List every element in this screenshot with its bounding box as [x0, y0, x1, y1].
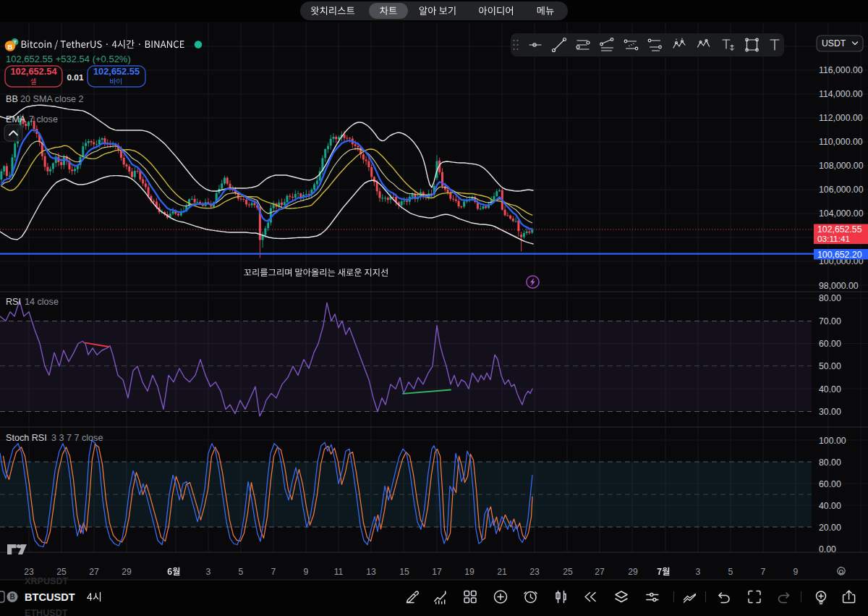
svg-text:14 close: 14 close	[25, 297, 59, 307]
svg-text:60.00: 60.00	[819, 479, 841, 489]
svg-text:15: 15	[399, 567, 409, 577]
svg-text:27: 27	[595, 567, 605, 577]
svg-text:100.00: 100.00	[819, 436, 846, 446]
svg-text:ETHUSDT: ETHUSDT	[25, 608, 68, 616]
svg-text:Stoch RSI: Stoch RSI	[6, 433, 47, 443]
svg-text:112,000.00: 112,000.00	[819, 113, 863, 123]
svg-text:7 close: 7 close	[29, 114, 58, 125]
svg-text:20.00: 20.00	[819, 523, 841, 533]
svg-text:20 SMA close 2: 20 SMA close 2	[20, 94, 84, 104]
svg-text:80.00: 80.00	[819, 293, 841, 303]
svg-text:0.01: 0.01	[67, 72, 84, 83]
svg-text:29: 29	[628, 567, 638, 577]
svg-text:70.00: 70.00	[819, 316, 841, 326]
svg-text:29: 29	[122, 567, 132, 577]
svg-text:9: 9	[793, 567, 799, 577]
svg-text:3: 3	[206, 567, 211, 577]
svg-text:108,000.00: 108,000.00	[819, 161, 864, 171]
svg-text:03:11:41: 03:11:41	[817, 234, 850, 244]
svg-text:80.00: 80.00	[819, 457, 841, 468]
svg-text:3 3 7 7 close: 3 3 7 7 close	[51, 433, 103, 443]
svg-text:102,652.54: 102,652.54	[10, 66, 57, 77]
svg-text:98,000.00: 98,000.00	[819, 281, 859, 291]
svg-text:11: 11	[334, 567, 344, 577]
svg-text:40.00: 40.00	[819, 384, 841, 395]
svg-text:30.00: 30.00	[819, 407, 841, 417]
svg-text:9: 9	[304, 567, 309, 577]
svg-text:50.00: 50.00	[819, 361, 841, 371]
svg-text:RSI: RSI	[6, 297, 21, 307]
svg-text:BB: BB	[6, 94, 18, 104]
svg-text:104,000.00: 104,000.00	[819, 208, 864, 219]
svg-text:60.00: 60.00	[819, 339, 841, 349]
svg-text:7: 7	[271, 567, 276, 577]
svg-text:7: 7	[761, 567, 766, 577]
svg-text:25: 25	[563, 567, 573, 577]
svg-text:21: 21	[497, 567, 507, 577]
svg-text:XRPUSDT: XRPUSDT	[25, 576, 68, 586]
svg-text:102,652.55: 102,652.55	[93, 66, 140, 77]
svg-text:BTCUSDT: BTCUSDT	[25, 591, 75, 603]
svg-text:106,000.00: 106,000.00	[819, 185, 864, 195]
svg-text:110,000.00: 110,000.00	[819, 137, 863, 147]
svg-text:17: 17	[432, 567, 442, 577]
svg-text:13: 13	[366, 567, 376, 577]
svg-text:B: B	[8, 43, 13, 51]
svg-text:B: B	[9, 593, 14, 601]
svg-text:3: 3	[696, 567, 701, 577]
svg-text:40.00: 40.00	[819, 501, 841, 511]
svg-text:USDT: USDT	[822, 38, 846, 48]
svg-text:27: 27	[89, 567, 99, 577]
svg-text:19: 19	[464, 567, 475, 577]
svg-text:EMA: EMA	[6, 114, 26, 125]
svg-text:114,000.00: 114,000.00	[819, 89, 863, 99]
svg-text:102,652.55 +532.54 (+0.52%): 102,652.55 +532.54 (+0.52%)	[6, 54, 131, 64]
svg-text:23: 23	[529, 567, 540, 577]
svg-text:0.00: 0.00	[819, 544, 836, 554]
svg-text:116,000.00: 116,000.00	[819, 65, 863, 75]
svg-text:5: 5	[239, 567, 244, 577]
svg-text:100,652.20: 100,652.20	[817, 250, 862, 260]
svg-text:5: 5	[728, 567, 733, 577]
